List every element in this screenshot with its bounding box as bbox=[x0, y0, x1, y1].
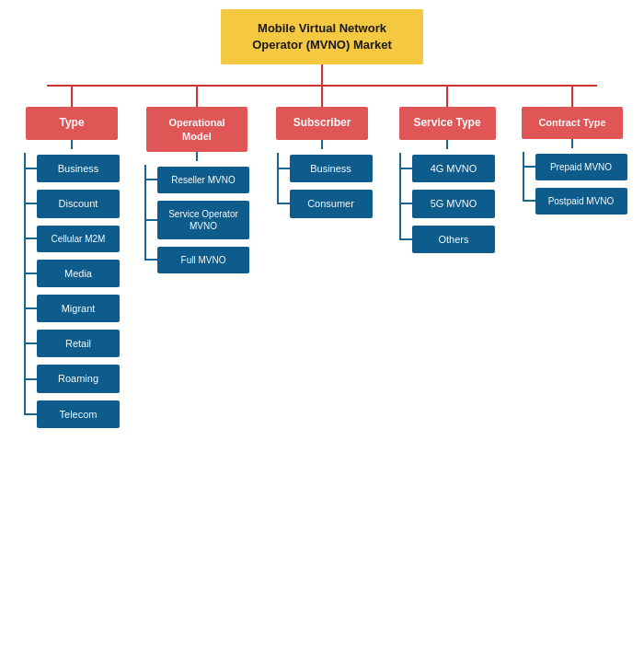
sub-v-bar bbox=[277, 153, 279, 203]
type-header: Type bbox=[26, 107, 118, 140]
h-bar bbox=[24, 168, 37, 169]
ct-item-prepaid: Prepaid MVNO bbox=[535, 154, 627, 180]
type-item-retail: Retail bbox=[37, 330, 120, 357]
type-item-business-row: Business bbox=[24, 155, 120, 182]
type-item-business: Business bbox=[37, 155, 120, 182]
h-bar bbox=[24, 307, 37, 309]
h-bar bbox=[523, 200, 535, 202]
h-bar bbox=[399, 168, 412, 169]
h-bar bbox=[144, 259, 157, 261]
h-bar bbox=[24, 378, 37, 380]
sub-v-top bbox=[321, 87, 323, 107]
type-items: Business Discount Cellular M2M Media Mig… bbox=[17, 149, 127, 428]
st-item-others-row: Others bbox=[399, 226, 495, 253]
type-item-m2m: Cellular M2M bbox=[37, 226, 120, 252]
st-v-bar bbox=[399, 153, 401, 238]
service-type-header: Service Type bbox=[399, 107, 496, 140]
op-item-service-row: Service Operator MVNO bbox=[144, 201, 249, 239]
type-item-media-row: Media bbox=[24, 260, 120, 287]
op-v-top bbox=[196, 87, 198, 107]
subscriber-header: Subscriber bbox=[276, 107, 368, 140]
sub-item-business-row: Business bbox=[277, 155, 373, 182]
h-bar bbox=[399, 238, 412, 240]
h-bar bbox=[399, 203, 412, 204]
type-v-top bbox=[71, 87, 73, 107]
st-v-mid bbox=[446, 140, 448, 149]
sub-item-consumer: Consumer bbox=[290, 190, 373, 217]
type-item-migrant-row: Migrant bbox=[24, 295, 120, 322]
columns-container: Type Business Discount Cellular M2M bbox=[9, 87, 635, 428]
op-item-service: Service Operator MVNO bbox=[157, 201, 249, 239]
op-item-reseller: Reseller MVNO bbox=[157, 167, 249, 193]
op-model-column: Operational Model Reseller MVNO Service … bbox=[134, 87, 259, 273]
ct-item-postpaid-row: Postpaid MVNO bbox=[523, 188, 627, 215]
type-item-roaming-row: Roaming bbox=[24, 365, 120, 392]
h-bar bbox=[24, 238, 37, 239]
ct-item-prepaid-row: Prepaid MVNO bbox=[523, 154, 627, 180]
ct-v-top bbox=[571, 87, 573, 107]
sub-item-business: Business bbox=[290, 155, 373, 182]
ct-v-mid bbox=[571, 139, 573, 148]
op-item-full-row: Full MVNO bbox=[144, 247, 249, 273]
contract-type-header: Contract Type bbox=[522, 107, 623, 138]
ct-items: Prepaid MVNO Postpaid MVNO bbox=[515, 148, 630, 215]
h-bar bbox=[24, 273, 37, 274]
top-h-line bbox=[47, 85, 597, 87]
type-item-telecom: Telecom bbox=[37, 400, 120, 428]
type-item-discount: Discount bbox=[37, 190, 120, 217]
st-items: 4G MVNO 5G MVNO Others bbox=[392, 149, 502, 253]
service-type-column: Service Type 4G MVNO 5G MVNO Others bbox=[385, 87, 510, 252]
op-items: Reseller MVNO Service Operator MVNO Full… bbox=[137, 161, 257, 273]
st-v-top bbox=[446, 87, 448, 107]
h-bar bbox=[277, 203, 290, 204]
sub-v-mid bbox=[321, 140, 323, 149]
op-item-reseller-row: Reseller MVNO bbox=[144, 167, 249, 193]
type-item-migrant: Migrant bbox=[37, 295, 120, 322]
st-item-4g: 4G MVNO bbox=[412, 155, 495, 182]
ct-item-postpaid: Postpaid MVNO bbox=[535, 188, 627, 215]
h-bar bbox=[24, 342, 37, 344]
type-item-retail-row: Retail bbox=[24, 330, 120, 357]
type-item-m2m-row: Cellular M2M bbox=[24, 226, 120, 252]
diagram: Mobile Virtual Network Operator (MVNO) M… bbox=[9, 9, 635, 428]
st-item-5g: 5G MVNO bbox=[412, 190, 495, 217]
st-item-4g-row: 4G MVNO bbox=[399, 155, 495, 182]
op-v-mid bbox=[196, 152, 198, 161]
type-v-bar bbox=[24, 153, 26, 413]
type-item-roaming: Roaming bbox=[37, 365, 120, 392]
h-bar bbox=[144, 179, 157, 180]
subscriber-column: Subscriber Business Consumer bbox=[259, 87, 385, 217]
type-item-discount-row: Discount bbox=[24, 190, 120, 217]
type-column: Type Business Discount Cellular M2M bbox=[9, 87, 134, 428]
type-v-mid bbox=[71, 140, 73, 149]
sub-item-consumer-row: Consumer bbox=[277, 190, 373, 217]
op-item-full: Full MVNO bbox=[157, 247, 249, 273]
op-v-bar bbox=[144, 165, 146, 259]
st-item-5g-row: 5G MVNO bbox=[399, 190, 495, 217]
h-bar bbox=[24, 203, 37, 204]
st-item-others: Others bbox=[412, 226, 495, 253]
type-item-media: Media bbox=[37, 260, 120, 287]
h-bar bbox=[523, 166, 535, 168]
sub-items: Business Consumer bbox=[270, 149, 375, 218]
contract-type-column: Contract Type Prepaid MVNO Postpaid MVNO bbox=[510, 87, 635, 214]
h-bar bbox=[144, 219, 157, 221]
root-v-connector bbox=[321, 64, 323, 85]
ct-v-bar bbox=[523, 152, 524, 200]
h-bar bbox=[277, 168, 290, 169]
type-item-telecom-row: Telecom bbox=[24, 400, 120, 428]
op-model-header: Operational Model bbox=[146, 107, 247, 152]
root-node: Mobile Virtual Network Operator (MVNO) M… bbox=[221, 9, 423, 64]
h-bar bbox=[24, 413, 37, 415]
